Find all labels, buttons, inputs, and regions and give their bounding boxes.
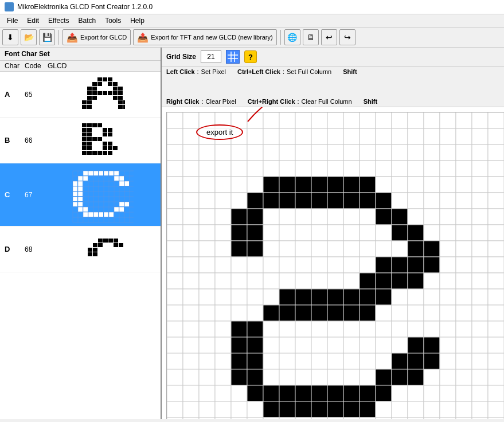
export-tft-icon: 📤 <box>137 32 149 43</box>
export-tft-btn[interactable]: 📤 Export for TFT and new GLCD (new libra… <box>133 29 276 45</box>
menu-help[interactable]: Help <box>126 15 149 26</box>
char-d-glyph <box>48 229 156 269</box>
instr-ctrl-left-key: Ctrl+Left Click <box>237 68 280 75</box>
grid-svg-icon <box>228 52 238 62</box>
instr-left-click: Left Click : Set Pixel <box>166 68 226 75</box>
instr-ctrl-right: Ctrl+Right Click : Clear Full Column <box>248 98 352 105</box>
menu-file[interactable]: File <box>2 15 22 26</box>
instr-ctrl-left-val: Set Full Column <box>287 68 331 75</box>
char-a-glyph <box>48 75 156 115</box>
char-b-label: B <box>5 136 25 144</box>
toolbar-redo-btn[interactable]: ↪ <box>339 29 355 45</box>
char-c-code: 67 <box>25 191 48 199</box>
glyph-b-canvas <box>79 120 125 161</box>
instr-shift-left: Shift <box>343 68 357 75</box>
char-d-label: D <box>5 245 25 253</box>
toolbar-sep1 <box>58 30 59 45</box>
toolbar: ⬇ 📂 💾 📤 Export for GLCD 📤 Export for TFT… <box>0 28 504 48</box>
toolbar-undo-btn[interactable]: ↩ <box>321 29 337 45</box>
char-b-glyph <box>48 120 156 161</box>
glyph-a-canvas <box>79 75 125 115</box>
glyph-c-canvas <box>71 166 134 224</box>
main-layout: Font Char Set Char Code GLCD A 65 B 66 <box>0 48 504 419</box>
title-bar: MikroElektronika GLCD Font Creator 1.2.0… <box>0 0 504 14</box>
toolbar-open-btn[interactable]: 📂 <box>21 29 37 45</box>
instructions-bar: Left Click : Set Pixel Ctrl+Left Click :… <box>162 67 504 107</box>
pixel-grid-area: export it <box>162 107 504 419</box>
grid-size-bar: Grid Size ? <box>162 48 504 67</box>
char-a-label: A <box>5 90 25 99</box>
toolbar-sep2 <box>280 30 281 45</box>
export-glcd-btn[interactable]: 📤 Export for GLCD <box>62 29 131 45</box>
toolbar-globe-btn[interactable]: 🌐 <box>284 29 300 45</box>
instr-left-click-key: Left Click <box>166 68 195 75</box>
char-row-a[interactable]: A 65 <box>0 72 161 118</box>
toolbar-arrow-btn[interactable]: ⬇ <box>2 29 18 45</box>
export-glcd-icon: 📤 <box>67 32 78 43</box>
right-panel: Grid Size ? Left Click : Set Pixel Ctr <box>162 48 504 419</box>
instr-ctrl-right-val: Clear Full Column <box>302 98 352 105</box>
app-icon <box>5 2 14 11</box>
instr-right-click-val: Clear Pixel <box>206 98 236 105</box>
app-title: MikroElektronika GLCD Font Creator 1.2.0… <box>17 3 153 11</box>
char-row-d[interactable]: D 68 <box>0 226 161 272</box>
col-glcd: GLCD <box>48 62 156 70</box>
font-char-set-header: Font Char Set <box>0 48 161 61</box>
col-char: Char <box>5 62 25 70</box>
instr-shift-key: Shift <box>343 68 357 75</box>
char-b-code: 66 <box>25 136 48 144</box>
char-c-glyph <box>48 166 156 224</box>
char-row-b[interactable]: B 66 <box>0 118 161 163</box>
char-list: A 65 B 66 C 67 <box>0 72 161 419</box>
toolbar-save-btn[interactable]: 💾 <box>39 29 55 45</box>
left-panel: Font Char Set Char Code GLCD A 65 B 66 <box>0 48 162 419</box>
char-c-label: C <box>5 190 25 199</box>
glyph-d-canvas <box>79 229 125 269</box>
char-row-c[interactable]: C 67 <box>0 163 161 226</box>
menu-tools[interactable]: Tools <box>100 15 126 26</box>
menu-effects[interactable]: Effects <box>44 15 73 26</box>
instr-right-click-key: Right Click <box>166 98 199 105</box>
instr-ctrl-right-key: Ctrl+Right Click <box>248 98 295 105</box>
grid-size-label: Grid Size <box>166 53 196 61</box>
help-icon-btn[interactable]: ? <box>244 50 257 63</box>
instr-right-click: Right Click : Clear Pixel <box>166 98 236 105</box>
instr-ctrl-left: Ctrl+Left Click : Set Full Column <box>237 68 331 75</box>
menu-edit[interactable]: Edit <box>22 15 44 26</box>
char-a-code: 65 <box>25 91 48 99</box>
grid-icon-btn[interactable] <box>226 50 240 64</box>
char-d-code: 68 <box>25 245 48 253</box>
toolbar-monitor-btn[interactable]: 🖥 <box>303 29 319 45</box>
pixel-grid-canvas[interactable] <box>166 112 504 419</box>
grid-size-input[interactable] <box>201 50 221 63</box>
col-headers: Char Code GLCD <box>0 61 161 72</box>
instr-shift-right-key: Shift <box>364 98 377 105</box>
menu-batch[interactable]: Batch <box>74 15 101 26</box>
instr-left-click-val: Set Pixel <box>201 68 226 75</box>
instr-shift-right: Shift <box>364 98 377 105</box>
export-glcd-label: Export for GLCD <box>80 34 127 41</box>
menu-bar: File Edit Effects Batch Tools Help <box>0 14 504 28</box>
export-tft-label: Export for TFT and new GLCD (new library… <box>151 34 272 41</box>
col-code: Code <box>25 62 48 70</box>
